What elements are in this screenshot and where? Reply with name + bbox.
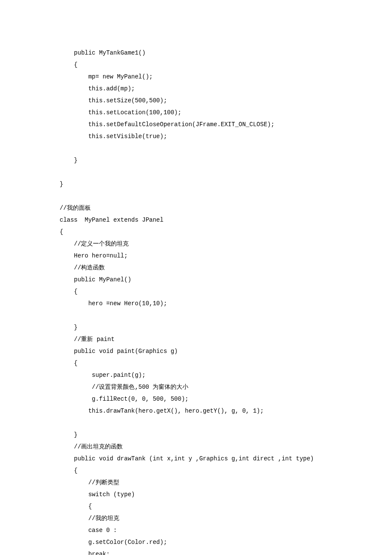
code-line: g.setColor(Color.red); bbox=[60, 536, 332, 548]
code-line: { bbox=[60, 500, 332, 512]
code-line: case 0 : bbox=[60, 524, 332, 536]
code-line: this.setSize(500,500); bbox=[60, 95, 332, 107]
code-line bbox=[60, 142, 332, 154]
code-line: this.add(mp); bbox=[60, 83, 332, 95]
code-line: public MyPanel() bbox=[60, 274, 332, 286]
code-line: class MyPanel extends JPanel bbox=[60, 214, 332, 226]
code-line: { bbox=[60, 286, 332, 298]
code-line: hero =new Hero(10,10); bbox=[60, 298, 332, 309]
code-line bbox=[60, 166, 332, 178]
code-line bbox=[60, 417, 332, 429]
code-line: { bbox=[60, 465, 332, 477]
code-line: this.setLocation(100,100); bbox=[60, 107, 332, 119]
code-line: //判断类型 bbox=[60, 477, 332, 489]
code-line: public MyTankGame1() bbox=[60, 47, 332, 59]
code-line: { bbox=[60, 357, 332, 369]
code-line bbox=[60, 190, 332, 202]
code-line: public void paint(Graphics g) bbox=[60, 345, 332, 357]
code-line: this.setDefaultCloseOperation(JFrame.EXI… bbox=[60, 119, 332, 130]
code-line: g.fillRect(0, 0, 500, 500); bbox=[60, 393, 332, 405]
code-line bbox=[60, 309, 332, 321]
code-line: } bbox=[60, 154, 332, 166]
code-line: break; bbox=[60, 548, 332, 555]
code-line: public void drawTank (int x,int y ,Graph… bbox=[60, 453, 332, 465]
document-page: public MyTankGame1() { mp= new MyPanel()… bbox=[0, 0, 392, 555]
code-line: //画出坦克的函数 bbox=[60, 441, 332, 453]
code-line: switch (type) bbox=[60, 489, 332, 500]
code-line: super.paint(g); bbox=[60, 369, 332, 381]
code-line: this.setVisible(true); bbox=[60, 130, 332, 142]
code-line: } bbox=[60, 429, 332, 441]
code-line: //构造函数 bbox=[60, 262, 332, 274]
code-line: //定义一个我的坦克 bbox=[60, 238, 332, 250]
code-line: //我的坦克 bbox=[60, 512, 332, 524]
code-line: { bbox=[60, 59, 332, 71]
code-line: //我的面板 bbox=[60, 202, 332, 214]
code-line: //设置背景颜色,500 为窗体的大小 bbox=[60, 381, 332, 393]
code-line: } bbox=[60, 178, 332, 190]
code-line: Hero hero=null; bbox=[60, 250, 332, 262]
code-line: this.drawTank(hero.getX(), hero.getY(), … bbox=[60, 405, 332, 417]
code-line: //重新 paint bbox=[60, 333, 332, 345]
code-line: mp= new MyPanel(); bbox=[60, 71, 332, 83]
code-line: { bbox=[60, 226, 332, 238]
code-line: } bbox=[60, 321, 332, 333]
